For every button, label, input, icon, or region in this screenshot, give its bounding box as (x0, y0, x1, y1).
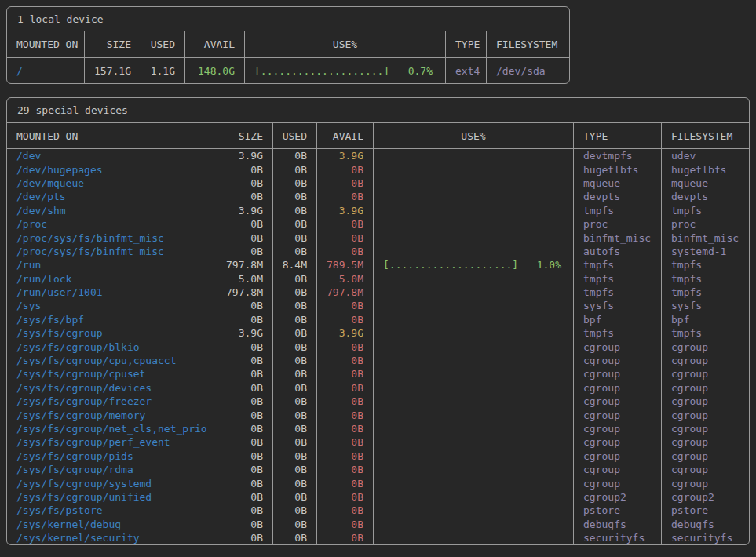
column-header-used: USED (273, 123, 317, 148)
type-cell: devtmpfs (574, 149, 662, 162)
filesystem-cell: proc (662, 217, 749, 231)
mounted-on-cell: /sys/kernel/debug (7, 518, 217, 531)
filesystem-cell: hugetlbfs (662, 162, 749, 176)
filesystem-cell: securityfs (662, 531, 749, 544)
use-percent-cell: [....................] 1.0% (374, 258, 574, 271)
avail-cell: 0B (317, 231, 374, 244)
column-header-use-percent: USE% (374, 123, 574, 148)
terminal-duf-output: 1 local device MOUNTED ON SIZE USED AVAI… (0, 0, 756, 552)
avail-cell: 0B (317, 504, 374, 517)
mounted-on-cell: /sys/fs/cgroup/blkio (7, 340, 217, 353)
mounted-on-cell: /dev/shm (7, 204, 217, 217)
used-cell: 0B (273, 435, 317, 449)
avail-cell: 0B (317, 217, 374, 231)
special-header-row: MOUNTED ON SIZE USED AVAIL USE% TYPE FIL… (7, 123, 749, 149)
size-cell: 797.8M (217, 258, 273, 271)
local-devices-table: 1 local device MOUNTED ON SIZE USED AVAI… (6, 6, 570, 84)
use-percent-cell (374, 204, 574, 217)
used-cell: 0B (273, 531, 317, 544)
use-percent-cell: [....................] 0.7% (245, 58, 446, 83)
type-cell: cgroup (574, 367, 662, 380)
avail-cell: 797.8M (317, 286, 374, 299)
type-cell: tmpfs (574, 272, 662, 286)
mounted-on-cell: /dev/mqueue (7, 177, 217, 190)
used-cell: 0B (273, 245, 317, 258)
used-cell: 0B (273, 272, 317, 286)
column-header-type: TYPE (574, 123, 662, 148)
used-cell: 0B (273, 408, 317, 421)
table-row: /dev/pts0B0B0Bdevptsdevpts (7, 190, 749, 203)
used-cell: 0B (273, 162, 317, 176)
mounted-on-cell: /sys/fs/cgroup/pids (7, 450, 217, 463)
avail-cell: 0B (317, 476, 374, 490)
avail-cell: 5.0M (317, 272, 374, 286)
filesystem-cell: tmpfs (662, 286, 749, 299)
size-cell: 0B (217, 518, 273, 531)
filesystem-cell: cgroup (662, 340, 749, 353)
avail-cell: 0B (317, 340, 374, 353)
mounted-on-cell: /proc/sys/fs/binfmt_misc (7, 231, 217, 244)
avail-cell: 0B (317, 450, 374, 463)
avail-cell: 0B (317, 299, 374, 312)
mounted-on-cell: /sys/fs/bpf (7, 313, 217, 326)
table-row: /sys/fs/cgroup/perf_event0B0B0Bcgroupcgr… (7, 435, 749, 449)
mounted-on-cell: /sys/fs/cgroup/systemd (7, 476, 217, 490)
table-row: /run/lock5.0M0B5.0Mtmpfstmpfs (7, 272, 749, 286)
type-cell: debugfs (574, 518, 662, 531)
size-cell: 0B (217, 490, 273, 504)
avail-cell: 0B (317, 435, 374, 449)
mounted-on-cell: /sys/fs/cgroup/rdma (7, 463, 217, 476)
used-cell: 0B (273, 340, 317, 353)
used-cell: 0B (273, 231, 317, 244)
filesystem-cell: cgroup (662, 450, 749, 463)
size-cell: 0B (217, 190, 273, 203)
use-percent-cell (374, 395, 574, 408)
filesystem-cell: cgroup (662, 435, 749, 449)
avail-cell: 0B (317, 408, 374, 421)
column-header-size: SIZE (217, 123, 273, 148)
type-cell: cgroup (574, 463, 662, 476)
size-cell: 0B (217, 313, 273, 326)
type-cell: cgroup (574, 340, 662, 353)
type-cell: tmpfs (574, 286, 662, 299)
size-cell: 0B (217, 217, 273, 231)
type-cell: cgroup (574, 476, 662, 490)
table-row: /sys/fs/cgroup/rdma0B0B0Bcgroupcgroup (7, 463, 749, 476)
size-cell: 0B (217, 531, 273, 544)
mounted-on-cell: /dev (7, 149, 217, 162)
avail-cell: 789.5M (317, 258, 374, 271)
avail-cell: 0B (317, 367, 374, 380)
size-cell: 0B (217, 162, 273, 176)
mounted-on-cell: /sys/fs/cgroup (7, 326, 217, 340)
size-cell: 0B (217, 340, 273, 353)
size-cell: 0B (217, 422, 273, 435)
size-cell: 3.9G (217, 204, 273, 217)
size-cell: 0B (217, 299, 273, 312)
table-row: /sys/kernel/debug0B0B0Bdebugfsdebugfs (7, 518, 749, 531)
used-cell: 0B (273, 504, 317, 517)
avail-cell: 148.0G (185, 58, 245, 83)
size-cell: 0B (217, 504, 273, 517)
type-cell: bpf (574, 313, 662, 326)
avail-cell: 0B (317, 490, 374, 504)
table-row: /sys/fs/bpf0B0B0Bbpfbpf (7, 313, 749, 326)
used-cell: 0B (273, 518, 317, 531)
mounted-on-cell: /sys (7, 299, 217, 312)
size-cell: 0B (217, 367, 273, 380)
mounted-on-cell: /proc/sys/fs/binfmt_misc (7, 245, 217, 258)
column-header-size: SIZE (85, 31, 141, 57)
table-row: /run797.8M8.4M789.5M[...................… (7, 258, 749, 271)
use-percent-cell (374, 463, 574, 476)
used-cell: 0B (273, 177, 317, 190)
used-cell: 0B (273, 395, 317, 408)
type-cell: tmpfs (574, 258, 662, 271)
table-row: /dev/hugepages0B0B0Bhugetlbfshugetlbfs (7, 162, 749, 176)
used-cell: 8.4M (273, 258, 317, 271)
table-row: /run/user/1001797.8M0B797.8Mtmpfstmpfs (7, 286, 749, 299)
type-cell: cgroup (574, 354, 662, 367)
use-percent-cell (374, 408, 574, 421)
used-cell: 0B (273, 422, 317, 435)
used-cell: 0B (273, 367, 317, 380)
size-cell: 0B (217, 408, 273, 421)
table-row: /sys/fs/cgroup/cpu,cpuacct0B0B0Bcgroupcg… (7, 354, 749, 367)
